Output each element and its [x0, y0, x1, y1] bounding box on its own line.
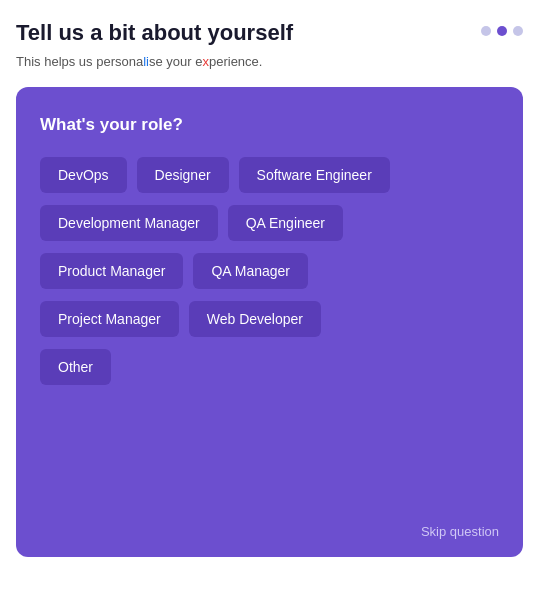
- roles-grid: DevOps Designer Software Engineer Develo…: [40, 157, 499, 385]
- page-subtitle: This helps us personalise your experienc…: [16, 54, 523, 69]
- subtitle-highlight-red: x: [202, 54, 209, 69]
- role-qa-engineer[interactable]: QA Engineer: [228, 205, 343, 241]
- role-software-engineer[interactable]: Software Engineer: [239, 157, 390, 193]
- role-qa-manager[interactable]: QA Manager: [193, 253, 308, 289]
- roles-row-2: Development Manager QA Engineer: [40, 205, 499, 241]
- role-product-manager[interactable]: Product Manager: [40, 253, 183, 289]
- step-indicator: [481, 26, 523, 36]
- step-dot-1: [481, 26, 491, 36]
- role-designer[interactable]: Designer: [137, 157, 229, 193]
- roles-row-3: Product Manager QA Manager: [40, 253, 499, 289]
- role-project-manager[interactable]: Project Manager: [40, 301, 179, 337]
- skip-question-button[interactable]: Skip question: [421, 524, 499, 539]
- card-question: What's your role?: [40, 115, 499, 135]
- roles-row-1: DevOps Designer Software Engineer: [40, 157, 499, 193]
- roles-row-4: Project Manager Web Developer: [40, 301, 499, 337]
- role-web-developer[interactable]: Web Developer: [189, 301, 321, 337]
- roles-row-5: Other: [40, 349, 499, 385]
- step-dot-3: [513, 26, 523, 36]
- step-dot-2: [497, 26, 507, 36]
- subtitle-highlight-blue: li: [143, 54, 149, 69]
- role-card: What's your role? DevOps Designer Softwa…: [16, 87, 523, 557]
- page-title: Tell us a bit about yourself: [16, 20, 293, 46]
- role-development-manager[interactable]: Development Manager: [40, 205, 218, 241]
- page-header: Tell us a bit about yourself: [16, 20, 523, 46]
- role-devops[interactable]: DevOps: [40, 157, 127, 193]
- role-other[interactable]: Other: [40, 349, 111, 385]
